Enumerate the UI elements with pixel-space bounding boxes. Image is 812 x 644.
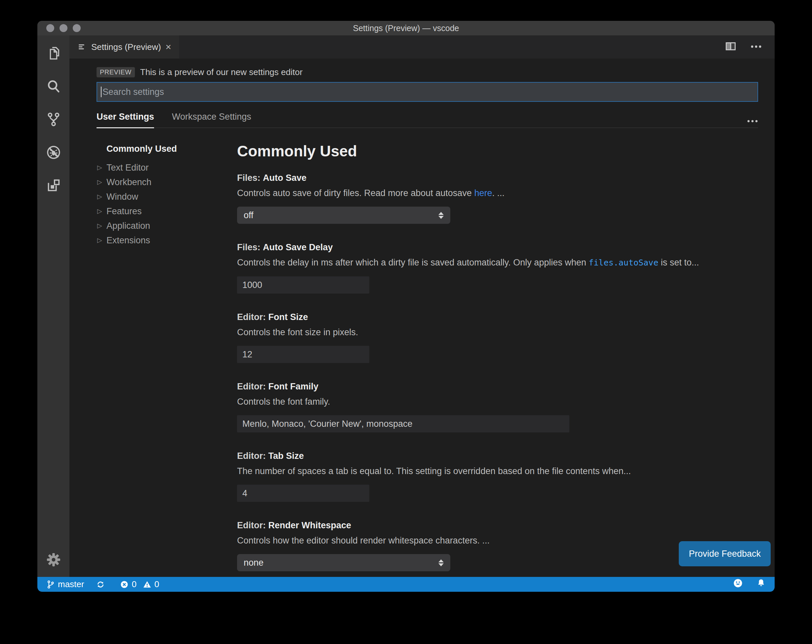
split-editor-icon[interactable]: [725, 41, 736, 53]
setting-name: Font Size: [269, 312, 308, 322]
zoom-window-button[interactable]: [73, 24, 81, 32]
setting-row: Files: Auto SaveControls auto save of di…: [237, 172, 758, 224]
setting-description-link[interactable]: here: [474, 188, 492, 198]
toc-item-label: Extensions: [107, 233, 150, 247]
setting-control: [237, 346, 758, 363]
toc-item-label: Window: [107, 189, 138, 204]
section-heading: Commonly Used: [237, 143, 758, 159]
settings-editor: PREVIEW This is a preview of our new set…: [69, 58, 775, 577]
vscode-window: Settings (Preview) — vscode: [37, 21, 775, 592]
more-actions-icon[interactable]: [750, 44, 762, 50]
setting-description-text: . ...: [492, 188, 505, 198]
scope-more-actions-icon[interactable]: [747, 119, 758, 128]
sync-item[interactable]: [96, 580, 108, 589]
error-count: 0: [131, 579, 136, 589]
setting-description: Controls the font size in pixels.: [237, 327, 758, 338]
minimize-window-button[interactable]: [60, 24, 67, 32]
setting-name: Tab Size: [269, 451, 304, 461]
setting-description: Controls the font family.: [237, 396, 758, 407]
settings-search-input[interactable]: [96, 82, 758, 102]
source-control-icon[interactable]: [46, 111, 61, 127]
notifications-bell-icon[interactable]: [756, 578, 766, 591]
feedback-smiley-icon[interactable]: [733, 578, 743, 591]
toc-item-text-editor[interactable]: ▷Text Editor: [96, 160, 237, 175]
setting-select[interactable]: none: [237, 554, 450, 571]
setting-category: Editor:: [237, 382, 269, 391]
toc-item-commonly-used[interactable]: Commonly Used: [107, 143, 237, 154]
settings-scope-tabs: User SettingsWorkspace Settings: [96, 112, 758, 128]
status-bar: master 0 0: [37, 577, 775, 592]
setting-description: Controls auto save of dirty files. Read …: [237, 188, 758, 199]
setting-label: Files: Auto Save Delay: [237, 242, 758, 253]
settings-toc: Commonly Used ▷Text Editor▷Workbench▷Win…: [96, 143, 237, 577]
preview-banner-text: This is a preview of our new settings ed…: [140, 67, 302, 77]
tab-bar: Settings (Preview) ×: [69, 35, 775, 58]
explorer-icon[interactable]: [46, 45, 61, 61]
setting-name: Auto Save Delay: [263, 242, 333, 252]
setting-category: Editor:: [237, 312, 269, 322]
setting-row: Editor: Tab SizeThe number of spaces a t…: [237, 450, 758, 502]
setting-select[interactable]: off: [237, 207, 450, 224]
provide-feedback-button[interactable]: Provide Feedback: [679, 541, 771, 566]
setting-label: Files: Auto Save: [237, 172, 758, 183]
setting-category: Files:: [237, 173, 263, 183]
setting-text-input[interactable]: [237, 346, 369, 363]
setting-description: The number of spaces a tab is equal to. …: [237, 465, 758, 477]
setting-text-input[interactable]: [237, 276, 369, 294]
toc-item-label: Features: [107, 204, 142, 218]
problems-item[interactable]: 0 0: [120, 579, 159, 589]
select-arrows-icon: [438, 212, 444, 219]
select-arrows-icon: [438, 559, 444, 566]
select-value: off: [244, 210, 253, 221]
expand-arrow-icon: ▷: [96, 189, 107, 204]
title-bar: Settings (Preview) — vscode: [37, 21, 775, 35]
traffic-lights: [46, 24, 81, 32]
extensions-icon[interactable]: [46, 177, 61, 194]
setting-row: Editor: Font SizeControls the font size …: [237, 311, 758, 363]
expand-arrow-icon: ▷: [96, 218, 107, 233]
activity-bar: [37, 35, 69, 577]
setting-description-text: Controls the font family.: [237, 397, 330, 407]
setting-control: [237, 485, 758, 502]
setting-description-text: is set to...: [658, 258, 699, 267]
setting-text-input[interactable]: [237, 415, 569, 432]
setting-description-text: The number of spaces a tab is equal to. …: [237, 466, 631, 476]
setting-row: Editor: Font FamilyControls the font fam…: [237, 381, 758, 432]
tab-settings-preview[interactable]: Settings (Preview) ×: [69, 35, 179, 58]
setting-control: [237, 276, 758, 294]
setting-description-text: Controls how the editor should render wh…: [237, 536, 490, 545]
setting-description-code-link[interactable]: files.autoSave: [589, 258, 658, 267]
preview-banner: PREVIEW This is a preview of our new set…: [96, 67, 758, 77]
setting-text-input[interactable]: [237, 485, 369, 502]
toc-item-window[interactable]: ▷Window: [96, 189, 237, 204]
setting-label: Editor: Render Whitespace: [237, 520, 758, 531]
debug-icon[interactable]: [46, 145, 61, 160]
tab-close-icon[interactable]: ×: [165, 42, 171, 52]
warning-count: 0: [154, 579, 159, 589]
setting-control: [237, 415, 758, 432]
close-window-button[interactable]: [46, 24, 54, 32]
expand-arrow-icon: ▷: [96, 204, 107, 218]
window-title: Settings (Preview) — vscode: [353, 23, 459, 33]
setting-name: Auto Save: [263, 173, 307, 183]
search-icon[interactable]: [46, 78, 61, 94]
scope-tab-workspace-settings[interactable]: Workspace Settings: [172, 112, 251, 128]
expand-arrow-icon: ▷: [96, 175, 107, 189]
text-caret: [101, 87, 102, 97]
toc-item-workbench[interactable]: ▷Workbench: [96, 175, 237, 189]
setting-description-text: Controls auto save of dirty files. Read …: [237, 188, 474, 198]
setting-category: Files:: [237, 242, 263, 252]
toc-item-label: Text Editor: [107, 160, 149, 175]
toc-item-features[interactable]: ▷Features: [96, 204, 237, 218]
scope-tab-user-settings[interactable]: User Settings: [96, 112, 154, 128]
setting-category: Editor:: [237, 520, 269, 530]
toc-item-application[interactable]: ▷Application: [96, 218, 237, 233]
setting-control: off: [237, 207, 758, 224]
git-branch-item[interactable]: master: [46, 579, 84, 589]
setting-row: Files: Auto Save DelayControls the delay…: [237, 242, 758, 294]
toc-item-extensions[interactable]: ▷Extensions: [96, 233, 237, 247]
editor-actions: [725, 35, 775, 58]
expand-arrow-icon: ▷: [96, 233, 107, 247]
settings-gear-icon[interactable]: [46, 552, 61, 568]
toc-item-label: Application: [107, 218, 150, 233]
